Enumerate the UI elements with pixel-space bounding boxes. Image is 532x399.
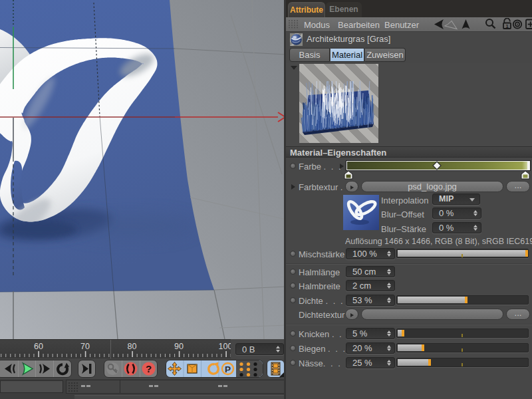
- svg-text:1: 1: [505, 23, 508, 29]
- svg-text:P: P: [225, 364, 231, 374]
- svg-text:60: 60: [34, 342, 43, 351]
- svg-text:100: 100: [219, 342, 231, 351]
- svg-text:?: ?: [146, 363, 152, 374]
- svg-text:90: 90: [174, 342, 184, 351]
- svg-text:80: 80: [128, 342, 137, 351]
- svg-text:70: 70: [80, 342, 90, 351]
